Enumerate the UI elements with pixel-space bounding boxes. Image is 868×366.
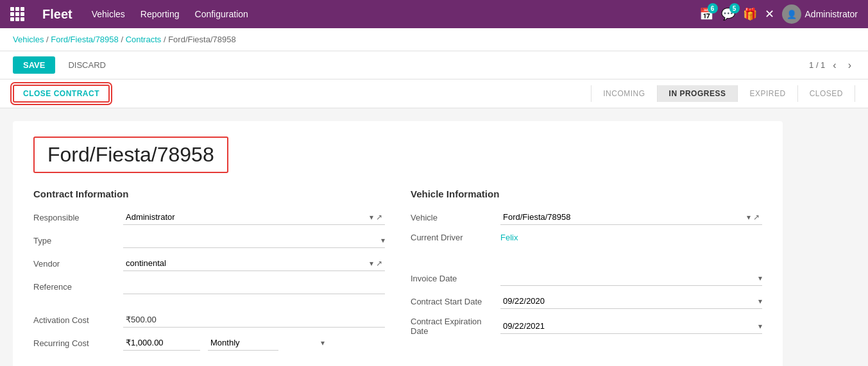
vehicle-label: Vehicle	[411, 213, 500, 222]
vendor-input[interactable]	[123, 256, 370, 270]
vehicle-external-icon[interactable]: ↗	[751, 213, 762, 222]
contract-info-section: Contract Information Responsible ▾ ↗ Typ…	[33, 188, 385, 358]
current-driver-label: Current Driver	[411, 233, 500, 242]
invoice-date-input[interactable]	[500, 270, 758, 285]
type-input[interactable]	[123, 233, 381, 247]
recurring-frequency-field[interactable]: ▾	[208, 335, 278, 351]
form-columns: Contract Information Responsible ▾ ↗ Typ…	[33, 188, 762, 358]
recurring-cost-input[interactable]	[123, 335, 200, 351]
type-field[interactable]: ▾	[123, 233, 385, 248]
chat-icon[interactable]: 💬 5	[721, 7, 735, 21]
contract-start-date-field[interactable]: ▾	[500, 294, 762, 309]
user-menu[interactable]: 👤 Administrator	[782, 4, 858, 24]
pagination-text: 1 / 1	[809, 60, 825, 70]
vendor-label: Vendor	[33, 259, 123, 269]
contract-section-title: Contract Information	[33, 188, 385, 199]
top-menu: Vehicles Reporting Configuration	[85, 5, 255, 23]
recurring-cost-row: Recurring Cost ▾	[33, 335, 385, 351]
expiration-date-dropdown-icon[interactable]: ▾	[758, 322, 762, 331]
type-label: Type	[33, 236, 123, 245]
recurring-frequency-input[interactable]	[208, 335, 321, 350]
contract-expiration-date-field[interactable]: ▾	[500, 319, 762, 334]
menu-reporting[interactable]: Reporting	[134, 5, 186, 23]
chat-badge: 5	[729, 3, 740, 13]
vehicle-input[interactable]	[500, 210, 747, 224]
responsible-input[interactable]	[123, 210, 370, 224]
responsible-external-icon[interactable]: ↗	[373, 213, 385, 222]
invoice-date-label: Invoice Date	[411, 274, 500, 283]
save-button[interactable]: SAVE	[13, 56, 55, 74]
main-content: Ford/Fiesta/78958 Contract Information R…	[0, 108, 868, 366]
vehicle-title-box: Ford/Fiesta/78958	[33, 137, 228, 173]
contract-expiration-date-label: Contract Expiration Date	[411, 317, 500, 336]
reference-row: Reference	[33, 279, 385, 294]
top-navigation: Fleet Vehicles Reporting Configuration 📅…	[0, 0, 868, 28]
start-date-dropdown-icon[interactable]: ▾	[758, 297, 762, 306]
menu-vehicles[interactable]: Vehicles	[85, 5, 132, 23]
responsible-label: Responsible	[33, 213, 123, 222]
status-bar: INCOMING IN PROGRESS EXPIRED CLOSED	[591, 85, 855, 102]
pagination: 1 / 1 ‹ ›	[809, 58, 855, 72]
recurring-cost-label: Recurring Cost	[33, 338, 123, 348]
action-bar: CLOSE CONTRACT INCOMING IN PROGRESS EXPI…	[0, 79, 868, 108]
responsible-row: Responsible ▾ ↗	[33, 210, 385, 225]
vendor-field[interactable]: ▾ ↗	[123, 256, 385, 271]
topnav-right: 📅 6 💬 5 🎁 ✕ 👤 Administrator	[699, 4, 858, 24]
close-icon[interactable]: ✕	[765, 7, 774, 21]
responsible-field[interactable]: ▾ ↗	[123, 210, 385, 225]
close-contract-button[interactable]: CLOSE CONTRACT	[13, 85, 110, 103]
status-in-progress[interactable]: IN PROGRESS	[657, 85, 738, 102]
prev-page-button[interactable]: ‹	[829, 58, 840, 72]
contract-start-date-label: Contract Start Date	[411, 297, 500, 306]
form-card: Ford/Fiesta/78958 Contract Information R…	[13, 121, 783, 366]
status-incoming[interactable]: INCOMING	[591, 85, 656, 102]
vehicle-title: Ford/Fiesta/78958	[47, 143, 214, 166]
discard-button[interactable]: DISCARD	[60, 56, 114, 74]
breadcrumb-vehicles[interactable]: Vehicles	[13, 35, 44, 44]
invoice-date-field[interactable]: ▾	[500, 270, 762, 286]
reference-input[interactable]	[123, 279, 385, 294]
contract-expiration-date-input[interactable]	[500, 319, 758, 333]
menu-configuration[interactable]: Configuration	[189, 5, 255, 23]
breadcrumb-contracts[interactable]: Contracts	[126, 35, 162, 44]
current-driver-value[interactable]: Felix	[500, 233, 518, 242]
vendor-row: Vendor ▾ ↗	[33, 256, 385, 271]
calendar-badge: 6	[708, 3, 718, 13]
activation-cost-label: Activation Cost	[33, 315, 123, 325]
gift-icon[interactable]: 🎁	[743, 7, 757, 21]
activation-cost-row: Activation Cost	[33, 312, 385, 328]
vendor-external-icon[interactable]: ↗	[373, 259, 385, 268]
activation-cost-input[interactable]	[123, 312, 385, 328]
grid-menu-icon[interactable]	[10, 7, 24, 21]
toolbar: SAVE DISCARD 1 / 1 ‹ ›	[0, 51, 868, 79]
contract-start-date-row: Contract Start Date ▾	[411, 294, 762, 309]
breadcrumb-current: Ford/Fiesta/78958	[168, 35, 236, 44]
reference-label: Reference	[33, 282, 123, 292]
type-row: Type ▾	[33, 233, 385, 248]
status-closed[interactable]: CLOSED	[797, 85, 855, 102]
invoice-date-dropdown-icon[interactable]: ▾	[758, 274, 762, 283]
user-avatar: 👤	[782, 4, 801, 24]
vehicle-field[interactable]: ▾ ↗	[500, 210, 762, 225]
status-expired[interactable]: EXPIRED	[737, 85, 797, 102]
invoice-date-row: Invoice Date ▾	[411, 270, 762, 286]
contract-start-date-input[interactable]	[500, 294, 758, 308]
breadcrumb: Vehicles / Ford/Fiesta/78958 / Contracts…	[0, 28, 868, 51]
user-name: Administrator	[805, 9, 858, 19]
vehicle-section-title: Vehicle Information	[411, 188, 762, 199]
vehicle-row: Vehicle ▾ ↗	[411, 210, 762, 225]
vehicle-info-section: Vehicle Information Vehicle ▾ ↗ Current …	[411, 188, 762, 358]
contract-expiration-date-row: Contract Expiration Date ▾	[411, 317, 762, 336]
app-name: Fleet	[42, 7, 72, 22]
calendar-icon[interactable]: 📅 6	[699, 7, 713, 21]
next-page-button[interactable]: ›	[844, 58, 855, 72]
breadcrumb-vehicle[interactable]: Ford/Fiesta/78958	[51, 35, 119, 44]
current-driver-row: Current Driver Felix	[411, 233, 762, 242]
type-dropdown-icon[interactable]: ▾	[381, 236, 385, 245]
frequency-dropdown-icon[interactable]: ▾	[321, 338, 325, 347]
